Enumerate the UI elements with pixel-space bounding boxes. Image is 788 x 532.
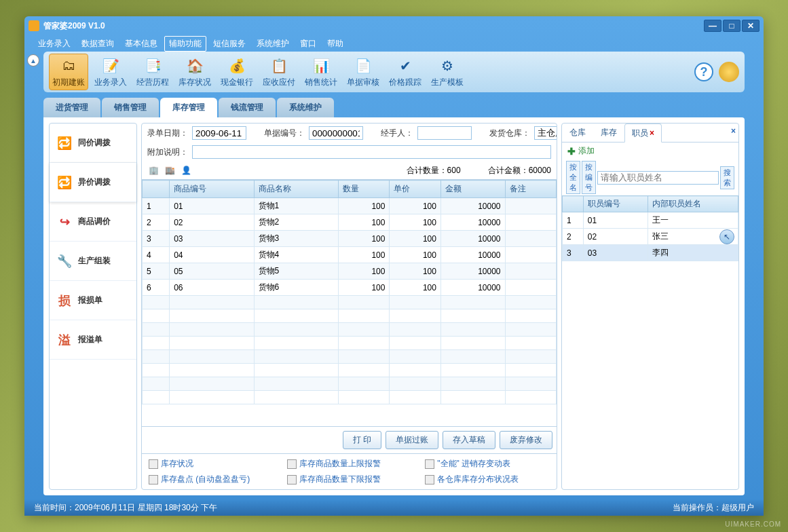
toolbtn-5[interactable]: 📋应收应付: [259, 54, 299, 90]
link-2[interactable]: "全能" 进销存变动表: [425, 458, 550, 470]
menu-4[interactable]: 短信服务: [209, 37, 250, 51]
col-header[interactable]: 数量: [339, 180, 390, 198]
navitem-5[interactable]: 溢报溢单: [50, 320, 136, 360]
maintab-4[interactable]: 系统维护: [277, 98, 334, 117]
table-row[interactable]: 505货物510010010000: [143, 263, 557, 280]
rtab-0[interactable]: 仓库: [562, 124, 593, 142]
menu-7[interactable]: 帮助: [323, 37, 348, 51]
col-header[interactable]: 内部职员姓名: [648, 196, 738, 212]
menu-5[interactable]: 系统维护: [252, 37, 293, 51]
sum-amt-value: 60000: [529, 166, 551, 175]
handler-input[interactable]: [417, 126, 472, 140]
post-button[interactable]: 单据过账: [386, 431, 438, 449]
doc-icon: [149, 459, 158, 469]
table-row[interactable]: 202货物210010010000: [143, 214, 557, 231]
globe-icon[interactable]: [719, 62, 739, 82]
table-row[interactable]: 202张三: [563, 229, 738, 245]
draft-button[interactable]: 存入草稿: [443, 431, 495, 449]
docno-label: 单据编号：: [264, 128, 305, 139]
person-icon[interactable]: 👤: [180, 164, 192, 176]
table-row[interactable]: [143, 377, 557, 391]
col-header[interactable]: [143, 180, 170, 198]
toolbtn-9[interactable]: ⚙生产模板: [428, 54, 467, 90]
filter-code-button[interactable]: 按编号: [582, 161, 596, 194]
arrow-up-icon[interactable]: ↖: [719, 229, 734, 244]
toolbtn-8[interactable]: ✔价格跟踪: [386, 54, 425, 90]
note-input[interactable]: [192, 145, 551, 159]
search-button[interactable]: 搜索: [720, 166, 734, 189]
table-row[interactable]: [143, 350, 557, 364]
close-panel-icon[interactable]: ×: [731, 126, 736, 136]
navitem-3[interactable]: 🔧生产组装: [50, 242, 136, 281]
link-5[interactable]: 各仓库库存分布状况表: [425, 474, 550, 485]
tab-close-icon[interactable]: ×: [650, 128, 654, 138]
link-0[interactable]: 库存状况: [149, 458, 274, 470]
menu-0[interactable]: 业务录入: [34, 37, 75, 51]
rtab-1[interactable]: 库存: [593, 124, 624, 142]
menu-6[interactable]: 窗口: [296, 37, 320, 51]
handler-label: 经手人：: [381, 128, 413, 139]
navitem-1[interactable]: 🔁异价调拨: [50, 163, 136, 202]
table-row[interactable]: 404货物410010010000: [143, 247, 557, 263]
toolbtn-2[interactable]: 📑经营历程: [133, 54, 172, 90]
toolbtn-7[interactable]: 📄单据审核: [343, 54, 383, 90]
table-row[interactable]: [143, 323, 557, 337]
toolbtn-0[interactable]: 🗂初期建账: [49, 54, 88, 90]
discard-button[interactable]: 废弃修改: [500, 431, 552, 449]
menu-2[interactable]: 基本信息: [121, 37, 162, 51]
col-header[interactable]: [563, 196, 584, 212]
col-header[interactable]: 商品名称: [254, 180, 338, 198]
maintab-3[interactable]: 钱流管理: [219, 98, 276, 117]
table-row[interactable]: [143, 337, 557, 350]
date-input[interactable]: [192, 126, 246, 140]
col-header[interactable]: 职员编号: [583, 196, 648, 212]
table-row[interactable]: [143, 364, 557, 377]
toolbtn-4[interactable]: 💰现金银行: [217, 54, 257, 90]
menu-1[interactable]: 数据查询: [77, 37, 118, 51]
col-header[interactable]: 商品编号: [170, 180, 254, 198]
table-row[interactable]: 606货物610010010000: [143, 280, 557, 296]
toolbtn-1[interactable]: 📝业务录入: [91, 54, 130, 90]
filter-fullname-button[interactable]: 按全名: [566, 161, 580, 194]
table-row[interactable]: 101王一: [563, 212, 738, 229]
docno-input[interactable]: [309, 126, 363, 140]
navitem-0[interactable]: 🔁同价调拨: [50, 124, 136, 163]
table-row[interactable]: 101货物110010010000: [143, 198, 557, 214]
building2-icon[interactable]: 🏬: [164, 164, 176, 176]
menu-3[interactable]: 辅助功能: [164, 36, 206, 52]
link-4[interactable]: 库存商品数量下限报警: [287, 474, 412, 485]
table-row[interactable]: [143, 391, 557, 404]
main-grid[interactable]: 商品编号商品名称数量单价金额备注101货物110010010000202货物21…: [142, 179, 557, 426]
close-button[interactable]: ✕: [742, 20, 759, 32]
titlebar[interactable]: 管家婆2009 V1.0 — □ ✕: [24, 16, 764, 35]
center-pane: 录单日期： 单据编号： 经手人： 发货仓库： 附加说明： 🏢 🏬 👤 合计数量：…: [141, 123, 557, 490]
toolbtn-3[interactable]: 🏠库存状况: [175, 54, 214, 90]
col-header[interactable]: 备注: [505, 180, 556, 198]
table-row[interactable]: 303货物310010010000: [143, 231, 557, 247]
maintab-1[interactable]: 销售管理: [102, 98, 159, 117]
rtab-2[interactable]: 职员×: [624, 124, 662, 142]
maintab-2[interactable]: 库存管理: [160, 98, 217, 117]
col-header[interactable]: 金额: [440, 180, 505, 198]
building1-icon[interactable]: 🏢: [147, 164, 160, 176]
link-1[interactable]: 库存商品数量上限报警: [287, 458, 412, 470]
table-row[interactable]: 303李四: [563, 245, 738, 261]
navitem-2[interactable]: ↪商品调价: [50, 202, 136, 242]
table-row[interactable]: [143, 296, 557, 309]
search-input[interactable]: [597, 171, 719, 185]
add-button[interactable]: ✚ 添加: [562, 142, 738, 159]
toolbtn-6[interactable]: 📊销售统计: [301, 54, 341, 90]
nav-icon: ↪: [56, 214, 73, 230]
warehouse-input[interactable]: [534, 126, 557, 140]
maintab-0[interactable]: 进货管理: [43, 98, 100, 117]
print-button[interactable]: 打 印: [343, 431, 381, 449]
navitem-4[interactable]: 损报损单: [50, 281, 136, 320]
minimize-button[interactable]: —: [704, 20, 721, 32]
maximize-button[interactable]: □: [723, 20, 740, 32]
right-grid[interactable]: 职员编号内部职员姓名101王一202张三303李四 ↖: [562, 195, 738, 489]
collapse-toolbar-button[interactable]: ▲: [27, 54, 39, 66]
col-header[interactable]: 单价: [390, 180, 440, 198]
table-row[interactable]: [143, 309, 557, 323]
help-icon[interactable]: ?: [694, 62, 713, 81]
link-3[interactable]: 库存盘点 (自动盘盈盘亏): [149, 474, 274, 485]
